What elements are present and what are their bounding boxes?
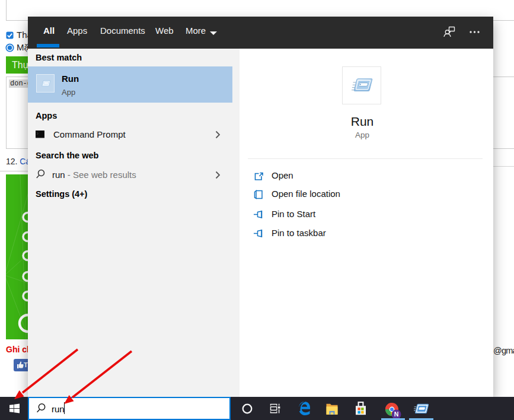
svg-text:N: N bbox=[394, 411, 399, 418]
